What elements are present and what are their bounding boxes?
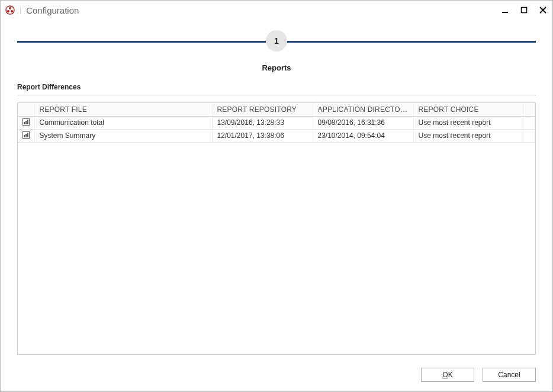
cell-repo: 13/09/2016, 13:28:33 [212,116,313,129]
window-controls [499,4,549,16]
table-row[interactable]: System Summary 12/01/2017, 13:38:06 23/1… [18,129,535,142]
content-area: Report Differences REPORT FILE REPORT RE… [1,77,552,362]
row-icon-cell [18,116,34,129]
svg-point-1 [9,7,11,9]
window-title: Configuration [26,5,79,15]
svg-rect-9 [24,122,25,124]
cancel-button[interactable]: Cancel [483,368,536,382]
svg-rect-13 [24,135,25,137]
col-header-pad [523,103,535,116]
svg-rect-14 [25,134,27,137]
configuration-dialog: | Configuration 1 Reports Report Differe… [0,0,553,392]
close-button[interactable] [537,4,549,16]
step-title: Reports [17,63,536,72]
cell-choice: Use most recent report [413,129,523,142]
cell-file: Communication total [34,116,212,129]
cell-appdir: 09/08/2016, 16:31:36 [313,116,413,129]
wizard-step-header: 1 Reports [1,20,552,77]
svg-rect-5 [522,8,527,13]
svg-rect-10 [25,121,27,124]
cell-choice: Use most recent report [413,116,523,129]
col-header-appdir[interactable]: APPLICATION DIRECTORY [313,103,413,116]
ok-mnemonic: O [442,371,448,379]
step-progress: 1 [17,30,536,52]
col-header-icon[interactable] [18,103,34,116]
step-number: 1 [274,36,279,46]
section-header: Report Differences [17,83,536,95]
report-table: REPORT FILE REPORT REPOSITORY APPLICATIO… [18,103,535,143]
dialog-footer: OK Cancel [1,362,552,391]
table-row[interactable]: Communication total 13/09/2016, 13:28:33… [18,116,535,129]
col-header-file[interactable]: REPORT FILE [34,103,212,116]
cell-repo: 12/01/2017, 13:38:06 [212,129,313,142]
cell-appdir: 23/10/2014, 09:54:04 [313,129,413,142]
report-icon [22,118,30,126]
minimize-button[interactable] [499,4,511,16]
cell-pad [523,129,535,142]
step-badge: 1 [266,30,287,52]
titlebar-separator: | [20,6,21,14]
svg-point-3 [11,10,13,12]
svg-point-2 [7,10,9,12]
report-icon [22,131,30,139]
report-differences-grid[interactable]: REPORT FILE REPORT REPOSITORY APPLICATIO… [17,102,536,355]
maximize-button[interactable] [518,4,530,16]
ok-button[interactable]: OK [421,368,474,382]
svg-rect-11 [27,120,28,124]
ok-rest: K [448,371,453,379]
cell-pad [523,116,535,129]
col-header-repo[interactable]: REPORT REPOSITORY [212,103,313,116]
svg-rect-15 [27,133,28,137]
col-header-choice[interactable]: REPORT CHOICE [413,103,523,116]
app-icon [5,5,15,15]
titlebar: | Configuration [1,1,552,20]
cell-file: System Summary [34,129,212,142]
row-icon-cell [18,129,34,142]
table-header-row: REPORT FILE REPORT REPOSITORY APPLICATIO… [18,103,535,116]
